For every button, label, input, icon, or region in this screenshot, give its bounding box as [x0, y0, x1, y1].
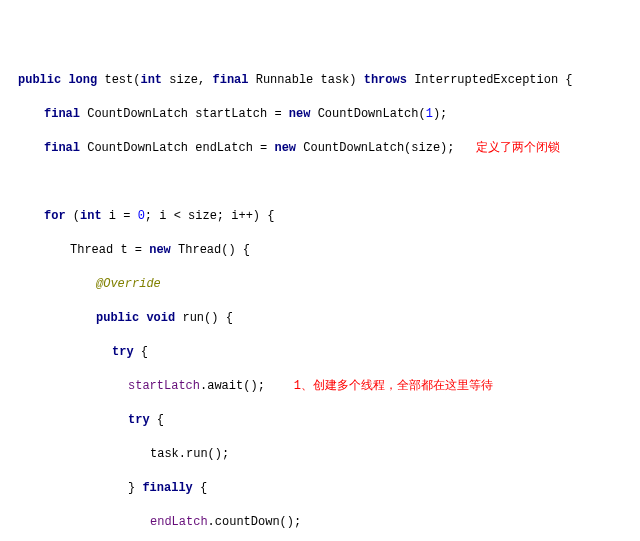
- kw-try: try: [112, 345, 134, 359]
- kw-try: try: [128, 413, 150, 427]
- kw-public: public: [96, 311, 139, 325]
- txt: (: [66, 209, 80, 223]
- txt: Runnable task): [249, 73, 364, 87]
- kw-public: public: [18, 73, 61, 87]
- txt: }: [128, 481, 142, 495]
- num-0: 0: [138, 209, 145, 223]
- code-line: public long test(int size, final Runnabl…: [18, 72, 640, 89]
- txt: size,: [162, 73, 212, 87]
- txt: Thread() {: [171, 243, 250, 257]
- code-line: startLatch.await(); 1、创建多个线程，全部都在这里等待: [18, 378, 640, 395]
- kw-finally: finally: [142, 481, 192, 495]
- code-line: @Override: [18, 276, 640, 293]
- kw-long: long: [68, 73, 97, 87]
- kw-new: new: [289, 107, 311, 121]
- code-line: } finally {: [18, 480, 640, 497]
- code-line: try {: [18, 412, 640, 429]
- txt: {: [150, 413, 164, 427]
- txt: test(: [97, 73, 140, 87]
- kw-for: for: [44, 209, 66, 223]
- annotation-1: 定义了两个闭锁: [476, 141, 560, 155]
- code-line: final CountDownLatch endLatch = new Coun…: [18, 140, 640, 157]
- txt: task.run();: [150, 447, 229, 461]
- code-line: final CountDownLatch startLatch = new Co…: [18, 106, 640, 123]
- kw-new: new: [274, 141, 296, 155]
- txt: Thread t =: [70, 243, 149, 257]
- txt: );: [433, 107, 447, 121]
- annotation-override: @Override: [96, 277, 161, 291]
- kw-int: int: [80, 209, 102, 223]
- txt: i =: [102, 209, 138, 223]
- txt: {: [134, 345, 148, 359]
- kw-int: int: [140, 73, 162, 87]
- kw-new: new: [149, 243, 171, 257]
- txt: run() {: [175, 311, 233, 325]
- txt: CountDownLatch(size);: [296, 141, 454, 155]
- txt: .countDown();: [208, 515, 302, 529]
- code-line: try {: [18, 344, 640, 361]
- annotation-2: 1、创建多个线程，全部都在这里等待: [294, 379, 493, 393]
- field-endlatch: endLatch: [150, 515, 208, 529]
- kw-final: final: [212, 73, 248, 87]
- field-startlatch: startLatch: [128, 379, 200, 393]
- txt: CountDownLatch startLatch =: [80, 107, 289, 121]
- blank-line: [18, 174, 640, 191]
- code-line: for (int i = 0; i < size; i++) {: [18, 208, 640, 225]
- txt: {: [193, 481, 207, 495]
- txt: .await();: [200, 379, 265, 393]
- txt: ; i < size; i++) {: [145, 209, 275, 223]
- code-line: task.run();: [18, 446, 640, 463]
- code-line: Thread t = new Thread() {: [18, 242, 640, 259]
- txt: CountDownLatch(: [310, 107, 425, 121]
- code-line: public void run() {: [18, 310, 640, 327]
- kw-final: final: [44, 107, 80, 121]
- num-1: 1: [426, 107, 433, 121]
- code-line: endLatch.countDown();: [18, 514, 640, 531]
- kw-final: final: [44, 141, 80, 155]
- kw-throws: throws: [364, 73, 407, 87]
- kw-void: void: [146, 311, 175, 325]
- txt: CountDownLatch endLatch =: [80, 141, 274, 155]
- txt: InterruptedException {: [407, 73, 573, 87]
